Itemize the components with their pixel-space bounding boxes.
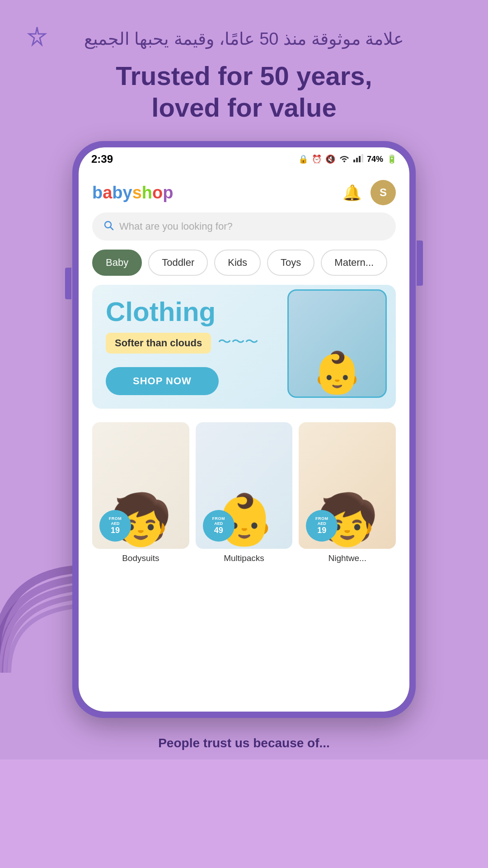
logo-h: h [142, 183, 152, 202]
product-card-multipacks[interactable]: 👶 FROM AED 49 Multipacks [196, 422, 293, 568]
search-placeholder-text: What are you looking for? [119, 221, 233, 232]
svg-line-5 [111, 227, 113, 230]
logo-p: p [163, 183, 173, 202]
arabic-headline: علامة موثوقة منذ 50 عامًا، وقيمة يحبها ا… [18, 27, 470, 51]
currency-3: AED [318, 521, 326, 526]
status-time: 2:39 [91, 153, 113, 165]
logo-b: b [92, 183, 103, 202]
battery-status: 74% [367, 155, 383, 164]
svg-rect-0 [353, 160, 355, 162]
svg-rect-3 [361, 154, 363, 162]
price-badge-multipacks: FROM AED 49 [203, 510, 235, 542]
tab-toddler[interactable]: Toddler [148, 250, 208, 276]
star-decoration [25, 25, 50, 50]
product-image-bodysuits: 🧒 FROM AED 19 [92, 422, 189, 549]
banner-subtitle: Softer than clouds [106, 333, 211, 354]
shop-now-button[interactable]: SHOP NOW [106, 367, 219, 395]
from-label-1: FROM [109, 516, 122, 521]
search-container: What are you looking for? [79, 212, 409, 250]
headline-line2: loved for value [18, 92, 470, 123]
header-icons: 🔔 S [343, 180, 396, 205]
clothing-banner[interactable]: Clothing Softer than clouds 〜〜〜 SHOP NOW… [92, 285, 396, 409]
svg-rect-1 [356, 158, 358, 162]
phone-outer-shell: 2:39 🔒 ⏰ 🔇 74% 🔋 [72, 141, 416, 718]
price-badge-bodysuits: FROM AED 19 [99, 510, 131, 542]
banner-content: Clothing Softer than clouds 〜〜〜 SHOP NOW [106, 298, 382, 395]
logo-by: by [112, 183, 132, 202]
phone-mockup: 2:39 🔒 ⏰ 🔇 74% 🔋 [18, 141, 470, 718]
product-card-bodysuits[interactable]: 🧒 FROM AED 19 Bodysuits [92, 422, 189, 568]
tab-toys[interactable]: Toys [267, 250, 314, 276]
banner-title: Clothing [106, 298, 382, 326]
product-image-multipacks: 👶 FROM AED 49 [196, 422, 293, 549]
babyshop-logo: babyshop [92, 183, 174, 203]
headline-line1: Trusted for 50 years, [18, 60, 470, 92]
signal-icon [353, 154, 363, 165]
logo-a: a [103, 183, 112, 202]
lock-icon: 🔒 [298, 154, 308, 164]
currency-2: AED [214, 521, 223, 526]
from-label-2: FROM [212, 516, 225, 521]
product-name-nightwear: Nightwe... [299, 553, 396, 568]
category-tabs: Baby Toddler Kids Toys Matern... [79, 250, 409, 285]
logo-s: s [132, 183, 142, 202]
logo-o: o [152, 183, 163, 202]
price-amount-1: 19 [111, 526, 120, 536]
price-amount-3: 19 [317, 526, 326, 536]
svg-rect-2 [359, 156, 361, 162]
status-bar: 2:39 🔒 ⏰ 🔇 74% 🔋 [79, 147, 409, 169]
currency-1: AED [111, 521, 119, 526]
status-icons: 🔒 ⏰ 🔇 74% 🔋 [298, 154, 397, 165]
app-header: babyshop 🔔 S [79, 169, 409, 212]
mute-icon: 🔇 [325, 154, 335, 164]
notification-bell-icon[interactable]: 🔔 [343, 184, 361, 202]
bottom-text: People trust us because of... [0, 718, 488, 760]
search-icon [103, 220, 114, 233]
product-name-bodysuits: Bodysuits [92, 553, 189, 568]
product-grid: 🧒 FROM AED 19 Bodysuits [79, 422, 409, 568]
alarm-icon: ⏰ [312, 154, 322, 164]
product-name-multipacks: Multipacks [196, 553, 293, 568]
user-avatar[interactable]: S [371, 180, 396, 205]
product-image-nightwear: 🧒 FROM AED 19 [299, 422, 396, 549]
from-label-3: FROM [315, 516, 328, 521]
tab-kids[interactable]: Kids [214, 250, 261, 276]
hero-section: علامة موثوقة منذ 50 عامًا، وقيمة يحبها ا… [0, 0, 488, 718]
price-amount-2: 49 [214, 526, 223, 536]
phone-screen: 2:39 🔒 ⏰ 🔇 74% 🔋 [79, 147, 409, 712]
tab-maternity[interactable]: Matern... [321, 250, 387, 276]
wifi-icon [339, 154, 350, 165]
app-content: babyshop 🔔 S [79, 169, 409, 712]
english-headline: Trusted for 50 years, loved for value [18, 60, 470, 123]
search-bar[interactable]: What are you looking for? [92, 212, 396, 241]
squiggle-decoration: 〜〜〜 [218, 334, 258, 349]
tab-baby[interactable]: Baby [92, 250, 142, 276]
battery-icon: 🔋 [387, 154, 397, 164]
product-card-nightwear[interactable]: 🧒 FROM AED 19 Nightwe... [299, 422, 396, 568]
